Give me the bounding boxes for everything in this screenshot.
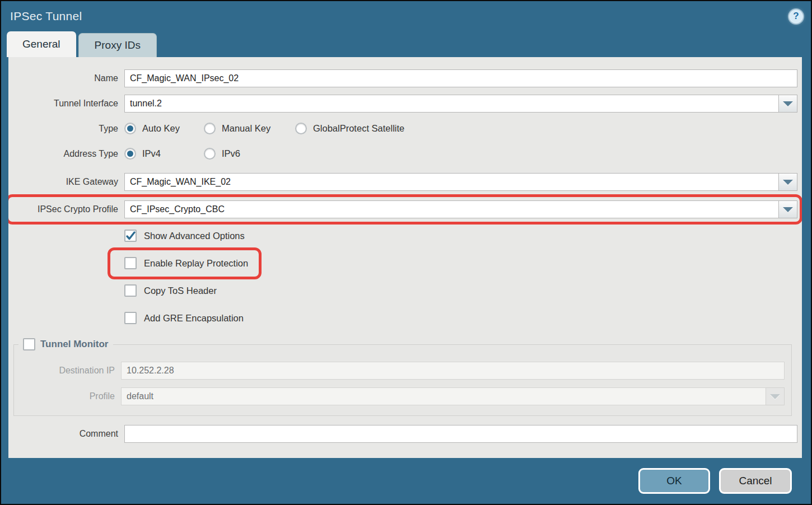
tab-proxy-ids-label: Proxy IDs	[95, 39, 141, 52]
ipsec-crypto-profile-row: IPSec Crypto Profile	[8, 200, 797, 218]
ike-gateway-label: IKE Gateway	[8, 177, 118, 187]
ok-button[interactable]: OK	[638, 468, 710, 494]
check-icon	[126, 231, 136, 241]
copy-tos-header-checkbox-row[interactable]: Copy ToS Header	[124, 283, 217, 298]
enable-replay-protection-label: Enable Replay Protection	[144, 258, 248, 269]
tunnel-interface-input[interactable]	[124, 95, 778, 113]
checkbox-unchecked-icon	[124, 257, 137, 269]
checkbox-unchecked-icon	[124, 312, 137, 324]
type-row: Type Auto Key Manual Key GlobalProtect S…	[8, 123, 797, 134]
help-glyph: ?	[793, 11, 799, 22]
comment-row: Comment	[8, 425, 797, 443]
copy-tos-header-label: Copy ToS Header	[144, 286, 217, 296]
checkbox-checked-icon	[124, 230, 137, 242]
cancel-button[interactable]: Cancel	[719, 468, 792, 494]
ipsec-tunnel-dialog: IPSec Tunnel ? General Proxy IDs Name Tu…	[0, 0, 812, 505]
checkbox-unchecked-icon	[23, 338, 35, 350]
radio-selected-icon	[124, 148, 136, 160]
ipsec-crypto-profile-dropdown-button[interactable]	[778, 200, 797, 218]
tab-proxy-ids[interactable]: Proxy IDs	[78, 33, 157, 57]
chevron-down-icon	[770, 394, 780, 399]
checkbox-unchecked-icon	[124, 284, 137, 297]
add-gre-encapsulation-label: Add GRE Encapsulation	[144, 313, 244, 324]
enable-replay-protection-checkbox-row[interactable]: Enable Replay Protection	[124, 256, 248, 270]
chevron-down-icon	[783, 180, 793, 185]
address-type-option-ipv6-label: IPv6	[222, 148, 240, 159]
tunnel-interface-dropdown-button[interactable]	[778, 95, 797, 113]
radio-unselected-icon	[204, 123, 216, 134]
type-option-manual-key[interactable]: Manual Key	[204, 123, 295, 134]
tab-general-label: General	[22, 38, 60, 50]
add-gre-encapsulation-checkbox-row[interactable]: Add GRE Encapsulation	[124, 311, 244, 325]
radio-unselected-icon	[295, 123, 307, 134]
dialog-title: IPSec Tunnel	[10, 10, 82, 23]
chevron-down-icon	[783, 101, 793, 106]
tunnel-monitor-toggle[interactable]: Tunnel Monitor	[18, 338, 113, 350]
tunnel-interface-label: Tunnel Interface	[8, 99, 118, 109]
general-tab-panel: Name Tunnel Interface Type Auto Key	[8, 57, 802, 458]
name-input[interactable]	[124, 69, 797, 87]
ipsec-crypto-profile-input[interactable]	[124, 200, 778, 218]
help-icon[interactable]: ?	[789, 10, 803, 24]
tab-general[interactable]: General	[7, 31, 76, 57]
title-bar: IPSec Tunnel ?	[1, 1, 811, 31]
profile-dropdown-button	[766, 387, 785, 405]
type-option-manual-key-label: Manual Key	[222, 123, 270, 134]
type-option-auto-key-label: Auto Key	[142, 123, 180, 134]
tunnel-monitor-label: Tunnel Monitor	[40, 339, 109, 350]
type-radio-group: Auto Key Manual Key GlobalProtect Satell…	[124, 123, 797, 134]
address-type-option-ipv6[interactable]: IPv6	[204, 148, 240, 160]
type-option-auto-key[interactable]: Auto Key	[124, 123, 204, 134]
address-type-row: Address Type IPv4 IPv6	[8, 148, 797, 160]
dialog-footer: OK Cancel	[1, 458, 811, 504]
address-type-option-ipv4-label: IPv4	[142, 148, 161, 159]
comment-input[interactable]	[124, 425, 797, 443]
ike-gateway-input[interactable]	[124, 173, 778, 191]
address-type-radio-group: IPv4 IPv6	[124, 148, 797, 160]
type-option-globalprotect-satellite[interactable]: GlobalProtect Satellite	[295, 123, 404, 134]
radio-unselected-icon	[204, 148, 216, 160]
ipsec-crypto-profile-label: IPSec Crypto Profile	[8, 204, 118, 214]
radio-selected-icon	[124, 123, 136, 134]
ike-gateway-row: IKE Gateway	[8, 173, 797, 191]
ipsec-crypto-profile-combo	[124, 200, 797, 218]
chevron-down-icon	[783, 207, 793, 212]
address-type-label: Address Type	[8, 149, 118, 159]
name-label: Name	[8, 73, 118, 83]
ike-gateway-combo	[124, 173, 797, 191]
profile-row: Profile	[14, 387, 785, 405]
profile-input	[121, 387, 766, 405]
destination-ip-label: Destination IP	[14, 366, 115, 376]
tunnel-monitor-group: Tunnel Monitor Destination IP Profile	[13, 338, 792, 416]
type-option-globalprotect-satellite-label: GlobalProtect Satellite	[313, 123, 404, 134]
address-type-option-ipv4[interactable]: IPv4	[124, 148, 204, 160]
tab-bar: General Proxy IDs	[1, 31, 811, 57]
profile-combo	[121, 387, 785, 405]
comment-label: Comment	[8, 429, 118, 439]
tunnel-interface-combo	[124, 95, 797, 113]
destination-ip-row: Destination IP	[14, 362, 785, 380]
tunnel-interface-row: Tunnel Interface	[8, 95, 797, 113]
ike-gateway-dropdown-button[interactable]	[778, 173, 797, 191]
type-label: Type	[8, 124, 118, 134]
show-advanced-options-checkbox-row[interactable]: Show Advanced Options	[124, 228, 245, 243]
destination-ip-input	[121, 362, 785, 380]
profile-label: Profile	[14, 391, 115, 401]
name-row: Name	[8, 69, 797, 87]
show-advanced-options-label: Show Advanced Options	[144, 231, 245, 241]
